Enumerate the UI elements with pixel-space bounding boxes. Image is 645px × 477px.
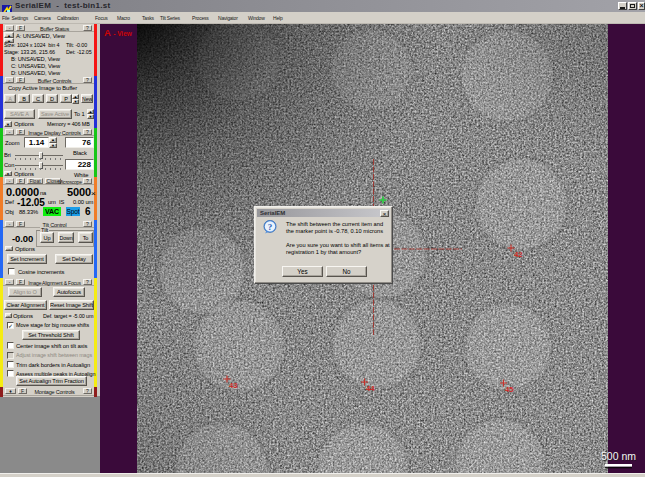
svg-text:43: 43 (229, 381, 237, 390)
svg-text:500 nm: 500 nm (601, 450, 636, 462)
svg-text:44: 44 (366, 384, 375, 393)
svg-text:42: 42 (514, 250, 522, 259)
svg-text:45: 45 (505, 385, 513, 394)
svg-text:?: ? (268, 222, 273, 232)
